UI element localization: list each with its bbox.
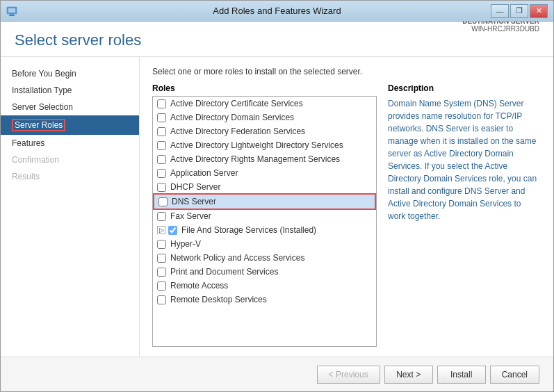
role-checkbox-fax[interactable] <box>157 212 166 221</box>
minimize-button[interactable]: — <box>491 4 509 18</box>
roles-panel: Roles Active Directory Certificate Servi… <box>152 83 377 347</box>
expand-icon[interactable]: ▷ <box>157 226 165 234</box>
role-checkbox-hyper-v[interactable] <box>157 240 166 249</box>
role-checkbox-dhcp[interactable] <box>157 183 166 192</box>
page-title: Select server roles <box>15 31 539 49</box>
role-print-document[interactable]: Print and Document Services <box>153 265 376 279</box>
role-fax-server[interactable]: Fax Server <box>153 209 376 223</box>
role-checkbox-ad-domain[interactable] <box>157 113 166 122</box>
role-dns-server[interactable]: DNS Server <box>154 194 375 209</box>
sidebar-item-installation-type[interactable]: Installation Type <box>1 82 139 99</box>
content-description: Select one or more roles to install on t… <box>152 67 541 76</box>
role-checkbox-dns[interactable] <box>158 197 168 206</box>
previous-button[interactable]: < Previous <box>317 366 380 384</box>
install-button[interactable]: Install <box>437 366 486 384</box>
role-ad-federation[interactable]: Active Directory Federation Services <box>153 124 376 138</box>
header: DESTINATION SERVER WIN-HRCJRR3DUBD Selec… <box>1 22 553 57</box>
main-content: Before You Begin Installation Type Serve… <box>1 57 553 357</box>
role-checkbox-app-server[interactable] <box>157 169 166 178</box>
role-checkbox-network-policy[interactable] <box>157 254 166 263</box>
role-checkbox-file-storage[interactable] <box>168 226 177 235</box>
role-active-directory-cert[interactable]: Active Directory Certificate Services <box>153 97 376 111</box>
titlebar: Add Roles and Features Wizard — ❐ ✕ <box>1 1 553 22</box>
role-dhcp-server[interactable]: DHCP Server <box>153 180 376 194</box>
role-file-storage[interactable]: ▷ File And Storage Services (Installed) <box>153 223 376 237</box>
role-checkbox-print[interactable] <box>157 268 166 277</box>
close-button[interactable]: ✕ <box>530 4 548 18</box>
role-hyper-v[interactable]: Hyper-V <box>153 237 376 251</box>
description-text: Domain Name System (DNS) Server provides… <box>388 97 541 222</box>
sidebar: Before You Begin Installation Type Serve… <box>1 57 140 357</box>
sidebar-item-confirmation: Confirmation <box>1 152 139 168</box>
description-label: Description <box>388 83 541 93</box>
sidebar-item-results: Results <box>1 168 139 185</box>
roles-list[interactable]: Active Directory Certificate Services Ac… <box>152 96 377 347</box>
window-controls: — ❐ ✕ <box>491 4 548 18</box>
role-remote-access[interactable]: Remote Access <box>153 279 376 293</box>
footer: < Previous Next > Install Cancel <box>1 357 553 391</box>
content-body: Roles Active Directory Certificate Servi… <box>152 83 541 347</box>
sidebar-item-features[interactable]: Features <box>1 135 139 152</box>
role-checkbox-remote-access[interactable] <box>157 281 166 291</box>
role-ad-rights-mgmt[interactable]: Active Directory Rights Management Servi… <box>153 152 376 166</box>
role-checkbox-ad-federation[interactable] <box>157 127 166 136</box>
window-title: Add Roles and Features Wizard <box>1 6 553 16</box>
role-checkbox-ad-cert[interactable] <box>157 99 166 108</box>
content-area: Select one or more roles to install on t… <box>140 57 553 357</box>
role-checkbox-remote-desktop[interactable] <box>157 295 166 304</box>
role-application-server[interactable]: Application Server <box>153 166 376 180</box>
role-network-policy[interactable]: Network Policy and Access Services <box>153 251 376 265</box>
role-checkbox-ad-rights[interactable] <box>157 155 166 164</box>
role-remote-desktop[interactable]: Remote Desktop Services <box>153 293 376 307</box>
sidebar-item-server-selection[interactable]: Server Selection <box>1 99 139 115</box>
restore-button[interactable]: ❐ <box>510 4 528 18</box>
main-window: Add Roles and Features Wizard — ❐ ✕ DEST… <box>0 0 554 392</box>
role-ad-domain-services[interactable]: Active Directory Domain Services <box>153 111 376 124</box>
role-checkbox-ad-lightweight[interactable] <box>157 141 166 150</box>
sidebar-item-server-roles[interactable]: Server Roles <box>1 115 139 135</box>
roles-label: Roles <box>152 83 377 93</box>
cancel-button[interactable]: Cancel <box>490 366 539 384</box>
description-panel: Description Domain Name System (DNS) Ser… <box>388 83 541 347</box>
next-button[interactable]: Next > <box>384 366 433 384</box>
destination-value: WIN-HRCJRR3DUBD <box>471 25 539 33</box>
sidebar-item-before-you-begin[interactable]: Before You Begin <box>1 65 139 82</box>
role-ad-lightweight[interactable]: Active Directory Lightweight Directory S… <box>153 138 376 152</box>
